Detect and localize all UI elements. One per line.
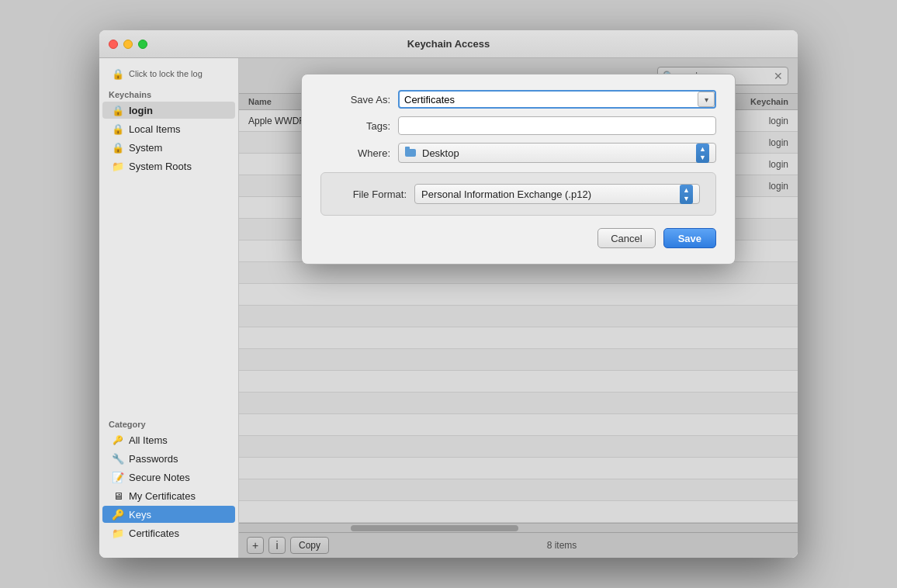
main-content: 🔒 Click to lock the log Keychains 🔒 logi… <box>99 58 798 558</box>
arrow-up: ▲ <box>699 145 706 153</box>
sidebar-item-certificates-label: Certificates <box>129 527 179 539</box>
file-format-select[interactable]: Personal Information Exchange (.p12) ▲ ▼ <box>414 184 700 204</box>
format-arrow-up: ▲ <box>683 186 690 194</box>
lock-icon: 🔒 <box>112 67 124 80</box>
title-bar: Keychain Access <box>99 30 798 58</box>
save-button[interactable]: Save <box>663 228 716 248</box>
window-title: Keychain Access <box>407 38 490 50</box>
sidebar-item-keys[interactable]: 🔑 Keys <box>102 506 235 523</box>
save-as-row: Save As: ▾ <box>320 90 716 109</box>
sidebar-item-all-items-label: All Items <box>129 434 168 446</box>
save-as-dropdown-button[interactable]: ▾ <box>698 92 715 107</box>
save-dialog: Save As: ▾ Tags: Where: <box>301 74 736 265</box>
sidebar-item-passwords-label: Passwords <box>129 453 178 465</box>
sidebar-item-my-certificates-label: My Certificates <box>129 490 196 502</box>
sidebar-item-passwords[interactable]: 🔧 Passwords <box>102 450 235 467</box>
keys-icon: 🔑 <box>112 508 124 521</box>
save-as-label: Save As: <box>320 94 398 105</box>
sidebar-item-my-certificates[interactable]: 🖥 My Certificates <box>102 487 235 504</box>
content-area: 🔍 ✕ Name Keychain Apple WWDR Certificati… <box>239 58 798 558</box>
sidebar: 🔒 Click to lock the log Keychains 🔒 logi… <box>99 58 239 558</box>
sidebar-item-keys-label: Keys <box>129 509 151 521</box>
dialog-overlay: Save As: ▾ Tags: Where: <box>239 58 798 558</box>
sidebar-item-local-items[interactable]: 🔒 Local Items <box>102 120 235 137</box>
sidebar-item-local-items-label: Local Items <box>129 123 180 135</box>
login-icon: 🔒 <box>112 104 124 116</box>
sidebar-item-secure-notes[interactable]: 📝 Secure Notes <box>102 469 235 486</box>
save-as-input[interactable] <box>398 90 716 109</box>
where-row: Where: Desktop ▲ ▼ <box>320 143 716 163</box>
all-items-icon: 🔑 <box>112 434 124 446</box>
file-format-section: File Format: Personal Information Exchan… <box>320 172 716 216</box>
my-certificates-icon: 🖥 <box>112 489 124 502</box>
sidebar-item-system-label: System <box>129 142 162 154</box>
where-arrows: ▲ ▼ <box>696 144 709 163</box>
where-select[interactable]: Desktop ▲ ▼ <box>398 143 716 163</box>
passwords-icon: 🔧 <box>112 452 124 465</box>
file-format-value: Personal Information Exchange (.p12) <box>421 189 675 200</box>
maximize-button[interactable] <box>138 40 147 49</box>
sidebar-item-login[interactable]: 🔒 login <box>102 102 235 119</box>
lock-button[interactable]: 🔒 Click to lock the log <box>102 65 235 82</box>
tags-row: Tags: <box>320 116 716 135</box>
certificates-icon: 📁 <box>112 527 124 539</box>
file-format-row: File Format: Personal Information Exchan… <box>337 184 700 204</box>
tags-label: Tags: <box>320 120 398 132</box>
sidebar-item-secure-notes-label: Secure Notes <box>129 472 190 483</box>
minimize-button[interactable] <box>123 40 133 49</box>
sidebar-item-all-items[interactable]: 🔑 All Items <box>102 431 235 448</box>
arrow-down: ▼ <box>699 154 706 161</box>
tags-input[interactable] <box>398 116 716 135</box>
sidebar-item-system-roots-label: System Roots <box>129 161 192 172</box>
where-label: Where: <box>320 147 398 159</box>
sidebar-item-certificates[interactable]: 📁 Certificates <box>102 524 235 541</box>
format-arrow-down: ▼ <box>683 195 690 202</box>
category-section-label: Category <box>99 415 238 431</box>
sidebar-item-system[interactable]: 🔒 System <box>102 139 235 156</box>
system-icon: 🔒 <box>112 141 124 154</box>
dialog-buttons: Cancel Save <box>320 228 716 248</box>
file-format-label: File Format: <box>337 189 414 200</box>
where-select-label: Desktop <box>422 147 691 159</box>
keychains-section-label: Keychains <box>99 85 238 101</box>
folder-icon <box>405 149 416 157</box>
sidebar-item-login-label: login <box>129 105 153 116</box>
local-items-icon: 🔒 <box>112 123 124 135</box>
system-roots-icon: 📁 <box>112 160 124 172</box>
save-as-input-wrapper: ▾ <box>398 90 716 109</box>
sidebar-item-system-roots[interactable]: 📁 System Roots <box>102 157 235 175</box>
format-arrows: ▲ ▼ <box>680 185 693 204</box>
secure-notes-icon: 📝 <box>112 471 124 483</box>
traffic-lights <box>109 40 147 49</box>
cancel-button[interactable]: Cancel <box>597 228 655 248</box>
close-button[interactable] <box>109 40 118 49</box>
lock-label: Click to lock the log <box>129 69 203 78</box>
